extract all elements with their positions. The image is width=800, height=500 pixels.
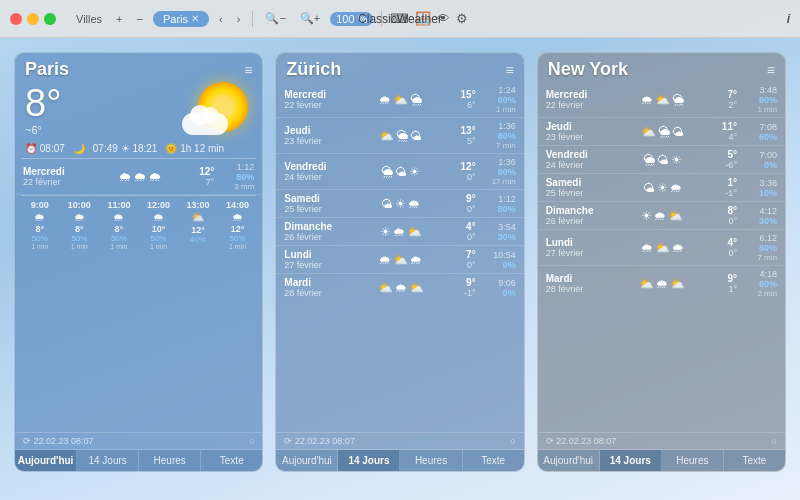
hourly-icon-0: 🌧 (34, 211, 45, 223)
forecast-row: Mardi 28 février ⛅ 🌧 ⛅ 9° -1° 9:06 0% (276, 274, 523, 301)
newyork-city-name: New York (548, 59, 628, 80)
city-input-value: Paris (163, 13, 188, 25)
forecast-row: Mardi 28 février ⛅ 🌧 ⛅ 9° 1° 4:18 60% 2 … (538, 266, 785, 301)
forecast-row: Samedi 25 février 🌤 ☀ 🌧 9° 0° 1:12 80% (276, 190, 523, 218)
zurich-card: Zürich ≡ Mercredi 22 février 🌧 ⛅ 🌦 15° 6… (275, 52, 524, 472)
maximize-button[interactable] (44, 13, 56, 25)
newyork-card: New York ≡ Mercredi 22 février 🌧 ⛅ 🌦 7° … (537, 52, 786, 472)
today-icons: 🌧 🌧 🌧 (87, 169, 192, 184)
paris-city-name: Paris (25, 59, 69, 80)
nav-prev-button[interactable]: ‹ (215, 11, 227, 27)
zurich-forecast-list: Mercredi 22 février 🌧 ⛅ 🌦 15° 6° 1:24 60… (276, 82, 523, 301)
paris-tabs: Aujourd'hui 14 Jours Heures Texte (15, 449, 262, 471)
newyork-tab-14jours[interactable]: 14 Jours (600, 450, 662, 471)
hourly-icon-4: ⛅ (191, 211, 205, 224)
paris-footer: ⟳ 22.02.23 08:07 ○ (15, 432, 262, 449)
hourly-icon-2: 🌧 (113, 211, 124, 223)
weather-icon-1: 🌧 (118, 169, 131, 184)
paris-hourly-strip: 9:00 🌧 8° 50% 1 min 10:00 🌧 8° 50% 1 min… (15, 196, 262, 254)
zurich-tab-texte[interactable]: Texte (463, 450, 524, 471)
newyork-tab-texte[interactable]: Texte (724, 450, 785, 471)
hourly-0: 9:00 🌧 8° 50% 1 min (21, 200, 59, 250)
hourly-5: 14:00 🌧 12° 50% 1 min (219, 200, 257, 250)
hourly-4: 13:00 ⛅ 12° 40% (179, 200, 217, 250)
tab-texte[interactable]: Texte (201, 450, 262, 471)
traffic-lights (10, 13, 56, 25)
villes-button[interactable]: Villes (72, 11, 106, 27)
zurich-city-name: Zürich (286, 59, 341, 80)
newyork-footer: ⟳ 22.02.23 08:07 ○ (538, 432, 785, 449)
forecast-row: Mercredi 22 février 🌧 ⛅ 🌦 7° 2° 3:48 80%… (538, 82, 785, 118)
paris-feels: ~6° (25, 124, 61, 136)
hourly-3: 12:00 🌧 10° 50% 1 min (140, 200, 178, 250)
forecast-row: Samedi 25 février 🌤 ☀ 🌧 1° -1° 3:36 10% (538, 174, 785, 202)
zurich-tab-aujourdhui[interactable]: Aujourd'hui (276, 450, 338, 471)
zoom-in-button[interactable]: 🔍+ (296, 10, 324, 27)
forecast-row: Jeudi 23 février ⛅ 🌦 🌤 11° 4° 7:08 60% (538, 118, 785, 146)
newyork-header: New York ≡ (538, 53, 785, 82)
forecast-row: Dimanche 26 février ☀ 🌧 ⛅ 8° 0° 4:12 30% (538, 202, 785, 230)
titlebar: Villes + − Paris ✕ ‹ › 🔍− 🔍+ 100 % ⌨ 🪟 👁… (0, 0, 800, 38)
newyork-tab-heures[interactable]: Heures (662, 450, 724, 471)
hourly-icon-1: 🌧 (74, 211, 85, 223)
forecast-row: Vendredi 24 février 🌦 🌤 ☀ 5° -6° 7:00 0% (538, 146, 785, 174)
remove-city-button[interactable]: − (133, 11, 147, 27)
zurich-tab-heures[interactable]: Heures (400, 450, 462, 471)
weather-icon-2: 🌧 (133, 169, 146, 184)
hourly-icon-5: 🌧 (232, 211, 243, 223)
newyork-menu-icon[interactable]: ≡ (767, 62, 775, 78)
minimize-button[interactable] (27, 13, 39, 25)
paris-info: ⏰ 08:07 🌙 07:49 ☀ 18:21 🌞 1h 12 min (15, 141, 262, 158)
gear-icon[interactable]: ⚙ (456, 11, 468, 26)
newyork-tab-aujourdhui[interactable]: Aujourd'hui (538, 450, 600, 471)
nav-next-button[interactable]: › (233, 11, 245, 27)
paris-hero: 8° ~6° (15, 82, 262, 141)
newyork-forecast-list: Mercredi 22 février 🌧 ⛅ 🌦 7° 2° 3:48 80%… (538, 82, 785, 301)
city-search-pill[interactable]: Paris ✕ (153, 11, 209, 27)
today-temps: 12° 7° (192, 166, 214, 187)
today-label: Mercredi (23, 166, 87, 177)
zurich-update-time: ⟳ 22.02.23 08:07 (284, 436, 355, 446)
zurich-tab-14jours[interactable]: 14 Jours (338, 450, 400, 471)
paris-temp: 8° (25, 84, 61, 122)
weather-icon-3: 🌧 (148, 169, 161, 184)
moon-icon: 🌙 (73, 143, 85, 154)
zurich-tabs: Aujourd'hui 14 Jours Heures Texte (276, 449, 523, 471)
zurich-footer: ⟳ 22.02.23 08:07 ○ (276, 432, 523, 449)
hourly-2: 11:00 🌧 8° 50% 1 min (100, 200, 138, 250)
add-city-button[interactable]: + (112, 11, 126, 27)
sunset-time: 07:49 ☀ 18:21 (93, 143, 158, 154)
paris-card: Paris ≡ 8° ~6° ⏰ 08:07 🌙 07:49 ☀ 18:21 🌞… (14, 52, 263, 472)
app-title: ClassicWeather (358, 12, 442, 26)
tab-heures[interactable]: Heures (139, 450, 201, 471)
today-rain: 1:12 80% 3 mm (218, 162, 254, 191)
paris-update-time: ⟳ 22.02.23 08:07 (23, 436, 94, 446)
newyork-footer-icon: ○ (772, 436, 777, 446)
info-button[interactable]: i (787, 12, 790, 26)
forecast-row: Lundi 27 février 🌧 ⛅ 🌧 4° 0° 6:12 80% 7 … (538, 230, 785, 266)
today-date: 22 février (23, 177, 87, 187)
zurich-header: Zürich ≡ (276, 53, 523, 82)
tab-14jours[interactable]: 14 Jours (77, 450, 139, 471)
forecast-row: Vendredi 24 février 🌦 🌤 ☀ 12° 0° 1:36 90… (276, 154, 523, 190)
forecast-row: Mercredi 22 février 🌧 ⛅ 🌦 15° 6° 1:24 60… (276, 82, 523, 118)
hourly-icon-3: 🌧 (153, 211, 164, 223)
day-length: 🌞 1h 12 min (165, 143, 224, 154)
cards-area: Paris ≡ 8° ~6° ⏰ 08:07 🌙 07:49 ☀ 18:21 🌞… (0, 38, 800, 500)
zoom-out-button[interactable]: 🔍− (261, 10, 289, 27)
forecast-row: Dimanche 26 février ☀ 🌧 ⛅ 4° 0° 3:54 30% (276, 218, 523, 246)
close-button[interactable] (10, 13, 22, 25)
paris-header: Paris ≡ (15, 53, 262, 82)
zurich-footer-icon: ○ (510, 436, 515, 446)
zurich-menu-icon[interactable]: ≡ (505, 62, 513, 78)
sunrise-time: ⏰ 08:07 (25, 143, 65, 154)
newyork-tabs: Aujourd'hui 14 Jours Heures Texte (538, 449, 785, 471)
separator (252, 11, 253, 27)
hourly-1: 10:00 🌧 8° 50% 1 min (61, 200, 99, 250)
newyork-update-time: ⟳ 22.02.23 08:07 (546, 436, 617, 446)
paris-today-row: Mercredi 22 février 🌧 🌧 🌧 12° 7° 1:12 80… (15, 159, 262, 195)
tab-aujourdhui[interactable]: Aujourd'hui (15, 450, 77, 471)
paris-footer-icon: ○ (249, 436, 254, 446)
paris-menu-icon[interactable]: ≡ (244, 62, 252, 78)
forecast-row: Jeudi 23 février ⛅ 🌦 🌤 13° 5° 1:36 80% 7… (276, 118, 523, 154)
